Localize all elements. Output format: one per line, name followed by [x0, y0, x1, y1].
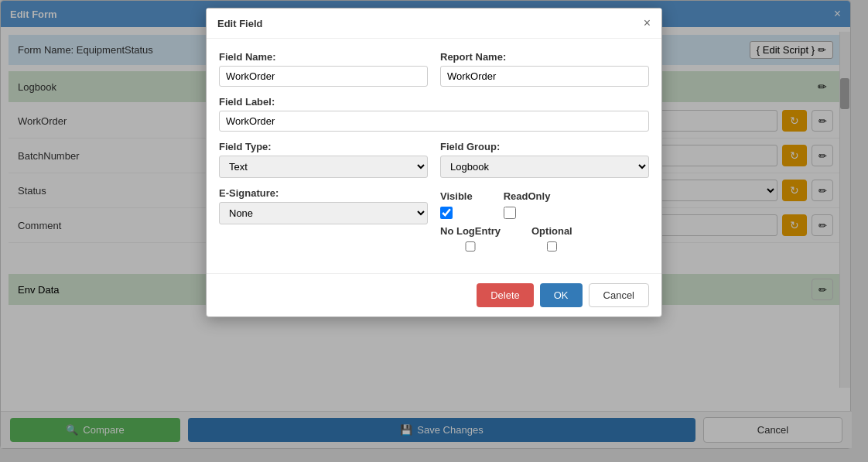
report-name-group: Report Name: — [440, 51, 649, 87]
field-name-input[interactable] — [219, 66, 428, 87]
modal-overlay: Edit Field × Field Name: Report Name: Fi… — [0, 0, 868, 462]
visible-readonly-row: Visible ReadOnly — [440, 190, 649, 219]
field-label-group: Field Label: — [219, 96, 649, 132]
edit-field-header: Edit Field × — [207, 9, 661, 39]
visible-label: Visible — [440, 190, 473, 202]
field-group-select[interactable]: Logbook Env Data — [440, 156, 649, 178]
field-type-group: Field Type: Text Number Date Boolean — [219, 141, 428, 178]
nolog-checkbox[interactable] — [440, 241, 501, 252]
readonly-label: ReadOnly — [504, 190, 551, 202]
edit-field-modal: Edit Field × Field Name: Report Name: Fi… — [206, 8, 662, 317]
esignature-label: E-Signature: — [219, 187, 428, 199]
esig-checks-row: E-Signature: None Required Optional Visi… — [219, 187, 649, 252]
report-name-label: Report Name: — [440, 51, 649, 63]
field-name-label: Field Name: — [219, 51, 428, 63]
visible-group: Visible — [440, 190, 473, 219]
nolog-label: No LogEntry — [440, 225, 501, 237]
field-name-group: Field Name: — [219, 51, 428, 87]
visible-checkbox[interactable] — [440, 207, 453, 219]
optional-group: Optional — [531, 225, 572, 252]
field-label-label: Field Label: — [219, 96, 649, 108]
field-type-label: Field Type: — [219, 141, 428, 152]
edit-field-title: Edit Field — [217, 18, 263, 29]
optional-checkbox[interactable] — [531, 241, 572, 252]
name-row: Field Name: Report Name: — [219, 51, 649, 87]
type-group-row: Field Type: Text Number Date Boolean Fie… — [219, 141, 649, 178]
ok-button[interactable]: OK — [540, 283, 583, 307]
field-type-select[interactable]: Text Number Date Boolean — [219, 156, 428, 178]
edit-field-close[interactable]: × — [644, 16, 651, 30]
cancel-modal-button[interactable]: Cancel — [589, 283, 649, 307]
report-name-input[interactable] — [440, 66, 649, 87]
nolog-group: No LogEntry — [440, 225, 501, 252]
esignature-group: E-Signature: None Required Optional — [219, 187, 428, 252]
checkboxes-group: Visible ReadOnly No LogEntry — [440, 187, 649, 252]
esignature-select[interactable]: None Required Optional — [219, 202, 428, 224]
optional-label: Optional — [531, 225, 572, 237]
nolog-optional-row: No LogEntry Optional — [440, 225, 649, 252]
field-group-label: Field Group: — [440, 141, 649, 152]
field-group-group: Field Group: Logbook Env Data — [440, 141, 649, 178]
delete-button[interactable]: Delete — [477, 283, 534, 307]
field-label-input[interactable] — [219, 111, 649, 132]
readonly-checkbox[interactable] — [504, 207, 516, 219]
readonly-group: ReadOnly — [504, 190, 551, 219]
edit-field-body: Field Name: Report Name: Field Label: Fi… — [207, 39, 661, 273]
edit-field-footer: Delete OK Cancel — [207, 273, 661, 317]
